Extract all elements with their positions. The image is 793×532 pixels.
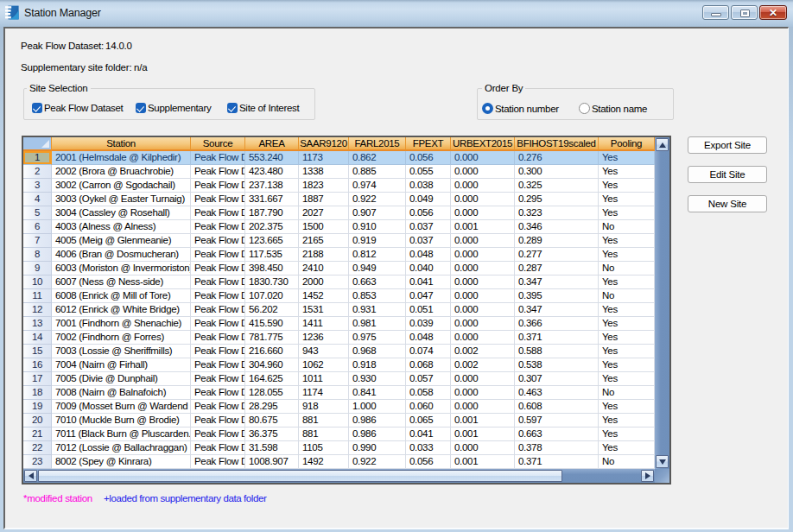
cell-station[interactable]: 6008 (Enrick @ Mill of Tore) xyxy=(52,289,191,303)
table-row-22[interactable]: 227012 (Lossie @ Ballachraggan)Peak Flow… xyxy=(23,441,655,455)
close-button[interactable]: ✕ xyxy=(759,5,787,20)
cell-saar9120[interactable]: 1338 xyxy=(299,165,349,179)
cell-fpext[interactable]: 0.074 xyxy=(406,345,451,358)
table-row-4[interactable]: 43003 (Oykel @ Easter Turnaig)Peak Flow … xyxy=(23,193,655,206)
cell-fpext[interactable]: 0.065 xyxy=(406,414,451,428)
cell-source[interactable]: Peak Flow Dataset xyxy=(191,331,245,345)
row-number[interactable]: 11 xyxy=(23,289,52,303)
cell-urbext2015[interactable]: 0.000 xyxy=(451,179,515,193)
cell-pooling[interactable]: Yes xyxy=(599,193,655,206)
table-row-13[interactable]: 137001 (Findhorn @ Shenachie)Peak Flow D… xyxy=(23,317,655,331)
cell-source[interactable]: Peak Flow Dataset xyxy=(191,262,245,276)
cell-station[interactable]: 6007 (Ness @ Ness-side) xyxy=(52,276,191,289)
cell-pooling[interactable]: No xyxy=(599,289,655,303)
cell-source[interactable]: Peak Flow Dataset xyxy=(191,428,245,441)
cell-farl2015[interactable]: 0.841 xyxy=(349,386,406,400)
radio-selected-icon[interactable] xyxy=(482,103,493,114)
cell-area[interactable]: 187.790 xyxy=(245,206,299,220)
cell-saar9120[interactable]: 1173 xyxy=(299,151,349,165)
cell-pooling[interactable]: Yes xyxy=(599,206,655,220)
cell-pooling[interactable]: No xyxy=(599,455,655,469)
radio-station-number[interactable]: Station number xyxy=(482,103,559,114)
cell-fpext[interactable]: 0.041 xyxy=(406,276,451,289)
cell-station[interactable]: 3002 (Carron @ Sgodachail) xyxy=(52,179,191,193)
cell-saar9120[interactable]: 2188 xyxy=(299,248,349,262)
cell-fpext[interactable]: 0.039 xyxy=(406,317,451,331)
cell-urbext2015[interactable]: 0.000 xyxy=(451,317,515,331)
new-site-button[interactable]: New Site xyxy=(688,195,767,212)
cell-bfihost19scaled[interactable]: 0.463 xyxy=(515,386,599,400)
cell-area[interactable]: 237.138 xyxy=(245,179,299,193)
row-number[interactable]: 7 xyxy=(23,234,52,248)
cell-area[interactable]: 1008.907 xyxy=(245,455,299,469)
cell-source[interactable]: Peak Flow Dataset xyxy=(191,455,245,469)
edit-site-button[interactable]: Edit Site xyxy=(688,166,767,183)
cell-bfihost19scaled[interactable]: 0.346 xyxy=(515,220,599,234)
cell-farl2015[interactable]: 0.910 xyxy=(349,220,406,234)
cell-fpext[interactable]: 0.041 xyxy=(406,428,451,441)
cell-saar9120[interactable]: 2410 xyxy=(299,262,349,276)
cell-bfihost19scaled[interactable]: 0.366 xyxy=(515,317,599,331)
cell-area[interactable]: 398.450 xyxy=(245,262,299,276)
cell-pooling[interactable]: Yes xyxy=(599,276,655,289)
cell-station[interactable]: 4006 (Bran @ Dosmucheran) xyxy=(52,248,191,262)
row-number[interactable]: 14 xyxy=(23,331,52,345)
cell-urbext2015[interactable]: 0.000 xyxy=(451,206,515,220)
table-row-16[interactable]: 167004 (Nairn @ Firhall)Peak Flow Datase… xyxy=(23,358,655,372)
cell-fpext[interactable]: 0.048 xyxy=(406,331,451,345)
column-header-bfihost19scaled[interactable]: BFIHOST19scaled xyxy=(515,137,599,151)
cell-farl2015[interactable]: 0.930 xyxy=(349,372,406,386)
cell-source[interactable]: Peak Flow Dataset xyxy=(191,248,245,262)
cell-area[interactable]: 80.675 xyxy=(245,414,299,428)
table-row-8[interactable]: 84006 (Bran @ Dosmucheran)Peak Flow Data… xyxy=(23,248,655,262)
cell-station[interactable]: 2002 (Brora @ Bruachrobie) xyxy=(52,165,191,179)
cell-bfihost19scaled[interactable]: 0.300 xyxy=(515,165,599,179)
cell-farl2015[interactable]: 0.975 xyxy=(349,331,406,345)
table-row-6[interactable]: 64003 (Alness @ Alness)Peak Flow Dataset… xyxy=(23,220,655,234)
cell-farl2015[interactable]: 0.949 xyxy=(349,262,406,276)
cell-source[interactable]: Peak Flow Dataset xyxy=(191,193,245,206)
cell-bfihost19scaled[interactable]: 0.323 xyxy=(515,206,599,220)
cell-bfihost19scaled[interactable]: 0.276 xyxy=(515,151,599,165)
cell-source[interactable]: Peak Flow Dataset xyxy=(191,414,245,428)
cell-farl2015[interactable]: 0.986 xyxy=(349,428,406,441)
cell-area[interactable]: 423.480 xyxy=(245,165,299,179)
cell-saar9120[interactable]: 1011 xyxy=(299,372,349,386)
cell-saar9120[interactable]: 1062 xyxy=(299,358,349,372)
cell-source[interactable]: Peak Flow Dataset xyxy=(191,220,245,234)
cell-area[interactable]: 1830.730 xyxy=(245,276,299,289)
cell-station[interactable]: 3004 (Cassley @ Rosehall) xyxy=(52,206,191,220)
column-header-farl2015[interactable]: FARL2015 xyxy=(349,137,406,151)
row-number[interactable]: 6 xyxy=(23,220,52,234)
cell-pooling[interactable]: Yes xyxy=(599,248,655,262)
cell-saar9120[interactable]: 1105 xyxy=(299,441,349,455)
cell-station[interactable]: 6003 (Moriston @ Invermoriston) xyxy=(52,262,191,276)
table-row-20[interactable]: 207010 (Muckle Burn @ Brodie)Peak Flow D… xyxy=(23,414,655,428)
cell-urbext2015[interactable]: 0.000 xyxy=(451,165,515,179)
cell-source[interactable]: Peak Flow Dataset xyxy=(191,179,245,193)
table-row-3[interactable]: 33002 (Carron @ Sgodachail)Peak Flow Dat… xyxy=(23,179,655,193)
cell-bfihost19scaled[interactable]: 0.608 xyxy=(515,400,599,414)
table-row-5[interactable]: 53004 (Cassley @ Rosehall)Peak Flow Data… xyxy=(23,206,655,220)
cell-farl2015[interactable]: 0.862 xyxy=(349,151,406,165)
cell-area[interactable]: 123.665 xyxy=(245,234,299,248)
cell-area[interactable]: 553.240 xyxy=(245,151,299,165)
table-row-2[interactable]: 22002 (Brora @ Bruachrobie)Peak Flow Dat… xyxy=(23,165,655,179)
cell-pooling[interactable]: No xyxy=(599,386,655,400)
cell-bfihost19scaled[interactable]: 0.325 xyxy=(515,179,599,193)
cell-station[interactable]: 7002 (Findhorn @ Forres) xyxy=(52,331,191,345)
cell-area[interactable]: 56.202 xyxy=(245,303,299,317)
row-number[interactable]: 21 xyxy=(23,428,52,441)
cell-farl2015[interactable]: 0.907 xyxy=(349,206,406,220)
column-header-urbext2015[interactable]: URBEXT2015 xyxy=(451,137,515,151)
horizontal-scrollbar-thumb[interactable] xyxy=(38,470,562,482)
radio-station-name[interactable]: Station name xyxy=(579,103,647,114)
cell-pooling[interactable]: Yes xyxy=(599,428,655,441)
cell-fpext[interactable]: 0.040 xyxy=(406,262,451,276)
cell-urbext2015[interactable]: 0.001 xyxy=(451,220,515,234)
checkbox-supplementary[interactable]: Supplementary xyxy=(136,103,211,113)
checkbox-peak-flow-dataset[interactable]: Peak Flow Dataset xyxy=(32,103,123,113)
column-header-pooling[interactable]: Pooling xyxy=(599,137,655,151)
cell-area[interactable]: 128.055 xyxy=(245,386,299,400)
cell-bfihost19scaled[interactable]: 0.277 xyxy=(515,248,599,262)
